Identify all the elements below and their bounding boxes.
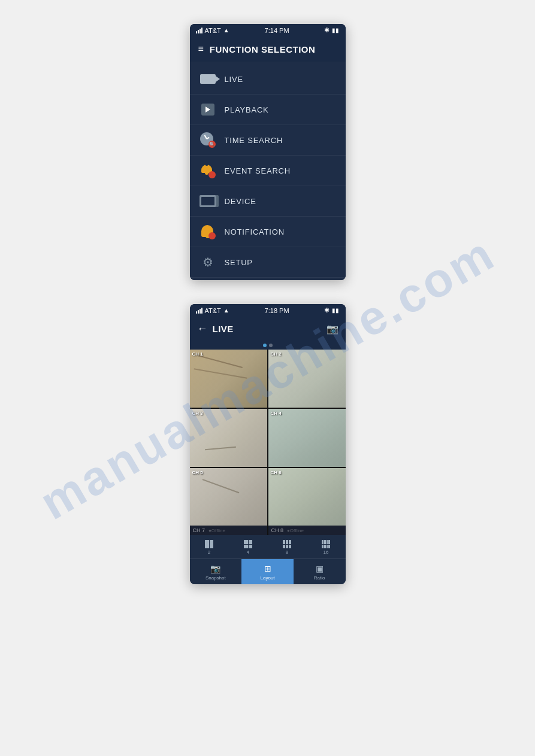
- grid-2-icon: [205, 540, 213, 548]
- tab-layout[interactable]: ⊞ Layout: [241, 559, 294, 584]
- menu-label-live: LIVE: [225, 75, 243, 84]
- layout-label-16: 16: [324, 549, 329, 555]
- layout-label-8: 8: [286, 549, 288, 555]
- camera-label-ch2: CH 2: [271, 351, 282, 357]
- grid-4-icon: [244, 540, 252, 548]
- screen1-header: ≡ FUNCTION SELECTION: [190, 37, 346, 62]
- screen1-phone: AT&T ▲ 7:14 PM ✱ ▮▮ ≡ FUNCTION SELECTION: [190, 24, 346, 280]
- menu-label-playback: PLAYBACK: [225, 105, 269, 114]
- grid-16-icon: [322, 540, 330, 548]
- camera-feed-ch1: [190, 350, 267, 408]
- status-left-2: AT&T ▲: [196, 307, 229, 314]
- snapshot-icon: 📷: [210, 564, 220, 573]
- device-icon-wrap: [200, 195, 216, 208]
- time-1: 7:14 PM: [265, 27, 289, 34]
- channel-cell-ch8[interactable]: CH 8 ●Offline: [268, 526, 346, 535]
- layout-icon: ⊞: [264, 564, 271, 573]
- time-2: 7:18 PM: [265, 307, 289, 314]
- bluetooth-icon-2: ✱: [324, 306, 330, 314]
- tab-label-layout: Layout: [260, 575, 274, 581]
- screen1-wrapper: AT&T ▲ 7:14 PM ✱ ▮▮ ≡ FUNCTION SELECTION: [0, 0, 535, 292]
- camera-label-ch3: CH 3: [192, 411, 203, 416]
- status-right-2: ✱ ▮▮: [324, 306, 339, 314]
- carrier-2: AT&T: [205, 307, 221, 314]
- signal-bars-2: [196, 308, 202, 314]
- back-button[interactable]: ←: [197, 323, 208, 335]
- screen2-phone: AT&T ▲ 7:18 PM ✱ ▮▮ ← LIVE 📷: [190, 304, 346, 584]
- menu-item-device[interactable]: DEVICE: [190, 186, 346, 217]
- layout-btn-16[interactable]: 16: [317, 539, 335, 556]
- carrier-1: AT&T: [205, 27, 221, 34]
- notification-icon-wrap: [200, 225, 216, 238]
- signal-bar-2-1: [196, 311, 197, 314]
- camera-cell-ch4[interactable]: CH 4: [268, 409, 346, 467]
- grid-8-icon: [283, 540, 291, 548]
- screen1-title: FUNCTION SELECTION: [210, 44, 316, 54]
- channel-offline-ch7: ●Offline: [208, 528, 225, 533]
- dot-1: [263, 344, 267, 347]
- tab-ratio[interactable]: ▣ Ratio: [294, 559, 346, 584]
- menu-label-notification: NOTIFICATION: [225, 227, 285, 236]
- signal-bar-2-3: [200, 309, 201, 314]
- signal-bar-2-2: [198, 310, 199, 314]
- camera-feed-ch2: [268, 350, 346, 408]
- playback-icon-wrap: [200, 103, 216, 116]
- camera-feed-ch4: [268, 409, 346, 467]
- screen2-title: LIVE: [213, 324, 234, 334]
- camera-feed-ch6: [268, 468, 346, 526]
- page-indicator: [190, 341, 346, 350]
- battery-icon-2: ▮▮: [332, 307, 339, 314]
- menu-label-event-search: EVENT SEARCH: [225, 166, 291, 175]
- camera-label-ch4: CH 4: [271, 411, 282, 416]
- channel-label-ch8: CH 8: [271, 527, 284, 533]
- menu-item-playback[interactable]: PLAYBACK: [190, 95, 346, 125]
- menu-list: LIVE PLAYBACK: [190, 62, 346, 280]
- status-left-1: AT&T ▲: [196, 27, 229, 34]
- signal-bar-2-4: [201, 308, 202, 314]
- menu-item-notification[interactable]: NOTIFICATION: [190, 217, 346, 247]
- menu-item-live[interactable]: LIVE: [190, 64, 346, 95]
- camera-cell-ch6[interactable]: CH 6: [268, 468, 346, 526]
- menu-label-time-search: TIME SEARCH: [225, 136, 283, 145]
- wifi-icon-1: ▲: [223, 27, 229, 34]
- signal-bar-3: [200, 29, 201, 34]
- layout-toolbar: 2 4 8 16: [190, 535, 346, 558]
- screen2-header-left: ← LIVE: [197, 323, 234, 335]
- camera-cell-ch1[interactable]: CH 1: [190, 350, 267, 408]
- menu-item-event-search[interactable]: EVENT SEARCH: [190, 156, 346, 186]
- wifi-icon-2: ▲: [223, 307, 229, 314]
- camera-label-ch6: CH 6: [271, 470, 282, 475]
- layout-btn-8[interactable]: 8: [278, 539, 296, 556]
- camera-cell-ch2[interactable]: CH 2: [268, 350, 346, 408]
- camera-switch-button[interactable]: 📷: [327, 323, 338, 335]
- status-bar-1: AT&T ▲ 7:14 PM ✱ ▮▮: [190, 24, 346, 37]
- layout-label-4: 4: [247, 549, 249, 555]
- menu-item-setup[interactable]: ⚙ SETUP: [190, 247, 346, 278]
- event-search-icon-wrap: [200, 164, 216, 177]
- dot-2: [269, 344, 273, 347]
- tab-snapshot[interactable]: 📷 Snapshot: [190, 559, 242, 584]
- signal-bar-4: [201, 28, 202, 34]
- status-right-1: ✱ ▮▮: [324, 26, 339, 34]
- menu-label-setup: SETUP: [225, 258, 253, 267]
- camera-feed-ch5: [190, 468, 267, 526]
- camera-cell-ch3[interactable]: CH 3: [190, 409, 267, 467]
- layout-btn-2[interactable]: 2: [200, 539, 218, 556]
- signal-bar-1: [196, 31, 197, 34]
- menu-item-time-search[interactable]: 🔍 TIME SEARCH: [190, 125, 346, 156]
- menu-label-device: DEVICE: [225, 197, 256, 206]
- layout-btn-4[interactable]: 4: [239, 539, 257, 556]
- hamburger-icon[interactable]: ≡: [198, 44, 204, 54]
- channel-offline-ch8: ●Offline: [287, 528, 304, 533]
- camera-cell-ch5[interactable]: CH 5: [190, 468, 267, 526]
- battery-icon-1: ▮▮: [332, 27, 339, 34]
- status-bar-2: AT&T ▲ 7:18 PM ✱ ▮▮: [190, 304, 346, 317]
- signal-bars-1: [196, 28, 202, 34]
- channel-label-ch7: CH 7: [193, 527, 205, 533]
- channel-cell-ch7[interactable]: CH 7 ●Offline: [190, 526, 267, 535]
- signal-bar-2: [198, 30, 199, 34]
- camera-label-ch5: CH 5: [192, 470, 203, 475]
- tab-label-snapshot: Snapshot: [205, 575, 226, 581]
- camera-grid: CH 1 CH 2 CH 3: [190, 350, 346, 526]
- bluetooth-icon-1: ✱: [324, 26, 330, 34]
